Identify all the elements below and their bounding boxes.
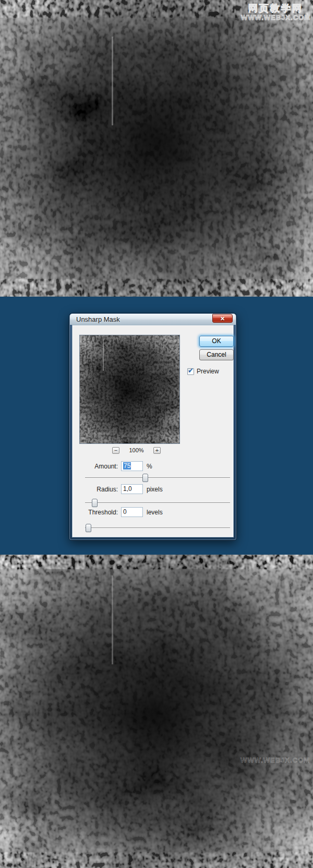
radius-slider[interactable] (85, 499, 230, 508)
dialog-title: Unsharp Mask (76, 315, 120, 323)
amount-slider-track[interactable] (85, 477, 230, 478)
grunge-texture-top (0, 0, 313, 297)
amount-unit: % (147, 463, 152, 470)
amount-slider-thumb[interactable] (142, 474, 148, 482)
threshold-input[interactable]: 0 (121, 507, 143, 517)
amount-label: Amount: (73, 463, 118, 470)
preview-texture-image (80, 335, 179, 443)
page: { "watermarks": { "top": { "title": "网页教… (0, 0, 313, 868)
threshold-slider-thumb[interactable] (86, 524, 91, 532)
grunge-texture-top-image (0, 0, 313, 297)
ok-button[interactable]: OK (199, 336, 234, 347)
radius-label: Radius: (73, 486, 118, 493)
site-watermark-url: www.webjx.com (241, 14, 310, 22)
amount-value: 75 (123, 462, 131, 470)
threshold-slider[interactable] (85, 524, 230, 533)
unsharp-mask-dialog: Unsharp Mask ✕ (69, 313, 236, 540)
threshold-value: 0 (123, 508, 127, 515)
zoom-in-button[interactable]: + (153, 447, 161, 454)
amount-slider[interactable] (85, 474, 230, 483)
preview-zoom-controls: − 100% + (73, 447, 192, 454)
zoom-level: 100% (119, 447, 153, 453)
dialog-body: − 100% + OK Cancel ✔ Preview Amount: 75 … (72, 325, 234, 537)
zoom-out-button[interactable]: − (112, 447, 119, 454)
site-watermark-title: 网页教学网 (241, 3, 310, 14)
radius-slider-thumb[interactable] (92, 499, 98, 507)
radius-unit: pixels (147, 486, 163, 493)
preview-checkbox[interactable]: ✔ (187, 368, 194, 375)
site-watermark-bottom: www.webjx.com (240, 756, 310, 764)
close-button[interactable]: ✕ (212, 314, 233, 323)
checkmark-icon: ✔ (188, 367, 194, 374)
threshold-slider-track[interactable] (85, 527, 230, 528)
preview-checkbox-label: Preview (197, 368, 219, 375)
grunge-texture-bottom-image (0, 555, 313, 868)
grunge-texture-bottom (0, 555, 313, 868)
preview-image[interactable] (79, 335, 180, 444)
cancel-button[interactable]: Cancel (199, 349, 234, 360)
minus-icon: − (114, 447, 117, 453)
close-icon: ✕ (220, 315, 225, 322)
radius-slider-track[interactable] (85, 502, 230, 503)
radius-value: 1,0 (123, 485, 132, 492)
dialog-titlebar[interactable]: Unsharp Mask (70, 314, 236, 325)
radius-input[interactable]: 1,0 (121, 484, 143, 494)
threshold-label: Threshold: (73, 509, 118, 516)
threshold-unit: levels (147, 509, 163, 516)
plus-icon: + (155, 447, 159, 453)
amount-input[interactable]: 75 (121, 461, 143, 471)
site-watermark-top: 网页教学网 www.webjx.com (241, 3, 310, 22)
